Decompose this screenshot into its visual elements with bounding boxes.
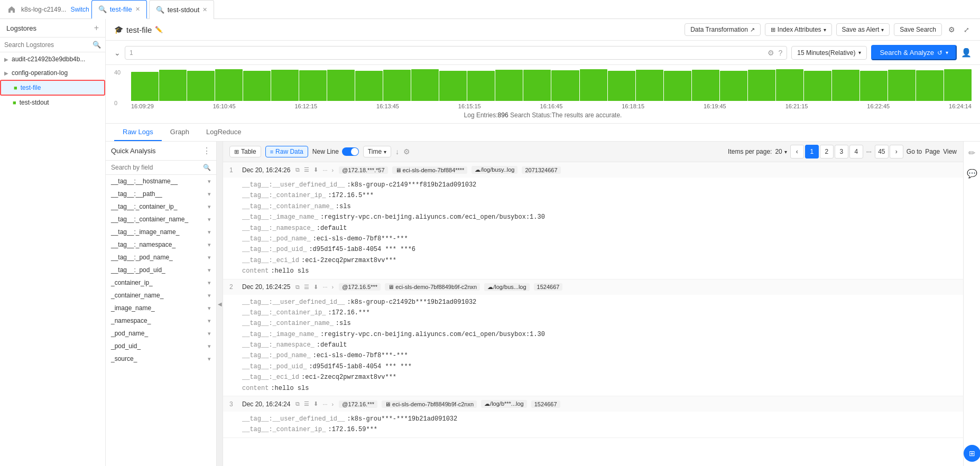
time-selector[interactable]: 15 Minutes(Relative) ▾ [791, 46, 867, 60]
page-3-button[interactable]: 3 [835, 145, 848, 159]
more-icon[interactable]: ··· [321, 283, 328, 291]
next-page-button[interactable]: › [890, 145, 903, 159]
chart-bar[interactable] [832, 70, 859, 101]
qa-search-input[interactable] [111, 164, 200, 171]
path-tag[interactable]: ☁/log/b***...log [481, 400, 527, 408]
chart-bar[interactable] [327, 70, 355, 101]
sidebar-search-input[interactable] [4, 41, 89, 49]
chart-bar[interactable] [944, 69, 972, 101]
page-2-button[interactable]: 2 [820, 145, 834, 159]
entry-time[interactable]: Dec 20, 16:24:25 [242, 283, 290, 291]
chart-bar[interactable] [271, 70, 299, 101]
page-size-select[interactable]: 20 ▾ [775, 148, 787, 155]
page-4-button[interactable]: 4 [849, 145, 863, 159]
settings-icon[interactable]: ⚙ [946, 23, 957, 36]
add-logstore-button[interactable]: + [94, 23, 99, 33]
qa-field-item[interactable]: __tag__:_pod_uid_▾ [106, 264, 216, 276]
chart-bar[interactable] [131, 72, 159, 101]
raw-data-button[interactable]: ≡ Raw Data [265, 146, 308, 157]
qa-field-item[interactable]: __tag__:_image_name_▾ [106, 226, 216, 238]
logstore-item-test-stdout[interactable]: ■ test-stdout [0, 96, 105, 109]
qa-field-item[interactable]: _container_ip_▾ [106, 276, 216, 289]
page-45-button[interactable]: 45 [875, 145, 889, 159]
qa-field-item[interactable]: __tag__:__path__▾ [106, 188, 216, 200]
collapse-search-icon[interactable]: ⌄ [114, 49, 121, 57]
tab-test-file[interactable]: 🔍 test-file ✕ [91, 0, 147, 19]
download-entry-icon[interactable]: ⬇ [312, 283, 319, 292]
tab-test-stdout[interactable]: 🔍 test-stdout ✕ [149, 0, 215, 19]
chart-bar[interactable] [243, 71, 271, 101]
logstore-item-test-file[interactable]: ■ test-file [0, 80, 105, 96]
chart-bar[interactable] [523, 70, 551, 101]
expand-entry-icon[interactable]: › [331, 400, 335, 408]
path-tag[interactable]: ☁/log/busy..log [471, 166, 517, 174]
qa-field-item[interactable]: _source_▾ [106, 352, 216, 365]
table-view-button[interactable]: ⊞ Table [229, 146, 261, 157]
path-tag[interactable]: ☁/log/bus...log [484, 283, 529, 291]
expand-icon-header[interactable]: ⤢ [961, 24, 972, 36]
chart-bar[interactable] [860, 71, 887, 101]
download-entry-icon[interactable]: ⬇ [312, 399, 319, 408]
chart-bar[interactable] [411, 69, 439, 101]
chart-bar[interactable] [467, 71, 495, 101]
copy-icon[interactable]: ⧉ [294, 165, 301, 174]
page-1-button[interactable]: 1 [805, 145, 819, 159]
logid-tag[interactable]: 2071324667 [522, 166, 560, 174]
qa-field-item[interactable]: __tag__:_namespace_▾ [106, 238, 216, 251]
chart-bar[interactable] [748, 70, 775, 101]
tab2-close[interactable]: ✕ [202, 6, 207, 13]
chart-bar[interactable] [383, 70, 411, 101]
container-tag[interactable]: 🖥 eci-sls-demo-7bf8849b9f-c2nxn [385, 283, 480, 291]
context-icon[interactable]: ☰ [303, 165, 310, 174]
query-help-icon[interactable]: ? [779, 49, 783, 57]
copy-icon[interactable]: ⧉ [294, 283, 301, 292]
new-line-toggle[interactable] [342, 147, 359, 156]
chat-icon[interactable]: 💬 [965, 166, 979, 181]
chart-bar[interactable] [916, 70, 944, 101]
expand-entry-icon[interactable]: › [331, 283, 335, 291]
more-icon[interactable]: ··· [321, 166, 328, 174]
tab-graph[interactable]: Graph [162, 124, 198, 141]
qa-field-item[interactable]: __tag__:__hostname__▾ [106, 175, 216, 188]
container-tag[interactable]: 🖥 eci-sls-demo-7bf8849b9f-c2nxn [382, 400, 477, 408]
ip-tag[interactable]: @172.16.5*** [339, 283, 381, 291]
tab1-close[interactable]: ✕ [135, 6, 140, 13]
chart-bar[interactable] [804, 71, 831, 101]
entry-time[interactable]: Dec 20, 16:24:24 [242, 400, 290, 408]
chart-bar[interactable] [495, 70, 523, 101]
index-attributes-button[interactable]: ⊞ Index Attributes ▾ [765, 23, 832, 36]
copy-icon[interactable]: ⧉ [294, 399, 301, 408]
logstore-group-audit[interactable]: ▶ audit-c21492b3e9dbb4b... [0, 52, 105, 66]
qa-field-item[interactable]: __tag__:_container_ip_▾ [106, 200, 216, 213]
chart-bar[interactable] [439, 71, 467, 101]
qa-field-item[interactable]: _namespace_▾ [106, 314, 216, 327]
time-sort-button[interactable]: Time ▾ [363, 146, 391, 157]
ip-tag[interactable]: @172.18.***.*57 [339, 166, 387, 174]
chart-bar[interactable] [187, 71, 215, 101]
qa-more-button[interactable]: ⋮ [202, 146, 211, 156]
chart-bar[interactable] [888, 70, 916, 101]
chart-bar[interactable] [720, 71, 747, 101]
edit-title-icon[interactable]: ✏️ [155, 26, 163, 33]
qa-field-item[interactable]: _pod_uid_▾ [106, 340, 216, 352]
user-avatar[interactable]: 👤 [961, 48, 972, 58]
qa-field-item[interactable]: _container_name_▾ [106, 289, 216, 302]
prev-page-button[interactable]: ‹ [790, 145, 804, 159]
qa-field-item[interactable]: __tag__:_container_name_▾ [106, 213, 216, 226]
chart-bar[interactable] [692, 70, 719, 101]
expand-entry-icon[interactable]: › [331, 166, 335, 174]
logid-tag[interactable]: 1524667 [531, 400, 560, 408]
tab-logreduce[interactable]: LogReduce [198, 124, 250, 141]
chart-bar[interactable] [215, 69, 243, 101]
chart-bar[interactable] [664, 71, 691, 101]
pencil-icon[interactable]: ✏ [966, 146, 977, 160]
search-analyze-button[interactable]: Search & Analyze ↺ ▾ [871, 45, 957, 60]
download-entry-icon[interactable]: ⬇ [312, 165, 319, 174]
chart-bar[interactable] [776, 69, 803, 101]
download-icon[interactable]: ↓ [395, 147, 399, 156]
chart-bar[interactable] [159, 70, 187, 101]
save-search-button[interactable]: Save Search [894, 23, 942, 36]
tab-raw-logs[interactable]: Raw Logs [114, 124, 162, 141]
chart-bar[interactable] [608, 71, 635, 101]
collapse-handle[interactable]: ◀ [217, 142, 223, 466]
